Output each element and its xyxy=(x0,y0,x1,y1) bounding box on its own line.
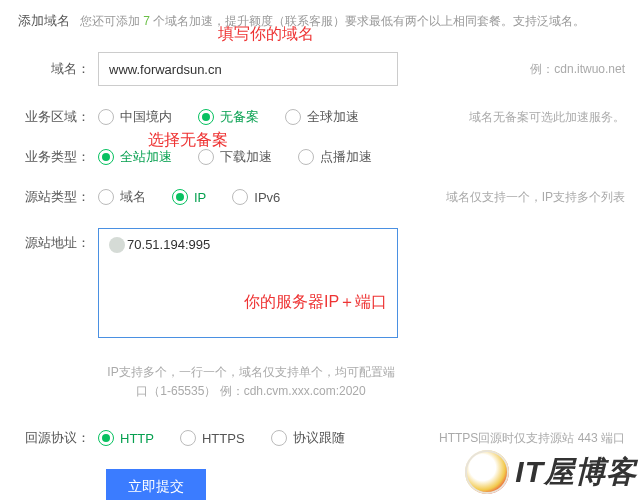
radio-label: 全站加速 xyxy=(120,148,172,166)
radio-icon xyxy=(180,430,196,446)
label-domain: 域名： xyxy=(18,60,98,78)
hint-protocol: HTTPS回源时仅支持源站 443 端口 xyxy=(427,430,625,447)
radio-icon xyxy=(98,109,114,125)
header: 添加域名 您还可添加 7 个域名加速，提升额度（联系客服）要求最低有两个以上相同… xyxy=(18,12,625,30)
biztype-option-1[interactable]: 下载加速 xyxy=(198,148,272,166)
label-biztype: 业务类型： xyxy=(18,148,98,166)
protocol-option-1[interactable]: HTTPS xyxy=(180,430,245,446)
radio-icon xyxy=(198,149,214,165)
radio-label: HTTP xyxy=(120,431,154,446)
label-region: 业务区域： xyxy=(18,108,98,126)
radio-icon xyxy=(271,430,287,446)
row-region: 业务区域： 中国境内无备案全球加速 域名无备案可选此加速服务。 选择无备案 xyxy=(18,108,625,126)
header-desc: 您还可添加 7 个域名加速，提升额度（联系客服）要求最低有两个以上相同套餐。支持… xyxy=(80,13,585,30)
hint-region: 域名无备案可选此加速服务。 xyxy=(457,109,625,126)
biztype-option-0[interactable]: 全站加速 xyxy=(98,148,172,166)
label-srctype: 源站类型： xyxy=(18,188,98,206)
region-options: 中国境内无备案全球加速 xyxy=(98,108,359,126)
biztype-option-2[interactable]: 点播加速 xyxy=(298,148,372,166)
hint-domain: 例：cdn.itwuo.net xyxy=(518,61,625,78)
srctype-options: 域名IPIPv6 xyxy=(98,188,280,206)
biztype-options: 全站加速下载加速点播加速 xyxy=(98,148,372,166)
radio-label: 协议跟随 xyxy=(293,429,345,447)
radio-icon xyxy=(232,189,248,205)
submit-button[interactable]: 立即提交 xyxy=(106,469,206,500)
watermark: IT屋博客 xyxy=(465,450,637,494)
radio-icon xyxy=(98,430,114,446)
radio-label: 中国境内 xyxy=(120,108,172,126)
radio-icon xyxy=(298,149,314,165)
srctype-option-1[interactable]: IP xyxy=(172,189,206,205)
srctype-option-2[interactable]: IPv6 xyxy=(232,189,280,205)
radio-icon xyxy=(98,149,114,165)
watermark-text: IT屋博客 xyxy=(515,452,637,493)
radio-icon xyxy=(98,189,114,205)
row-origin: 源站地址： 70.51.194:995 你的服务器IP＋端口 xyxy=(18,228,625,341)
radio-label: HTTPS xyxy=(202,431,245,446)
region-option-0[interactable]: 中国境内 xyxy=(98,108,172,126)
row-protocol: 回源协议： HTTPHTTPS协议跟随 HTTPS回源时仅支持源站 443 端口 xyxy=(18,429,625,447)
label-origin: 源站地址： xyxy=(18,228,98,252)
row-domain: 填写你的域名 域名： 例：cdn.itwuo.net xyxy=(18,52,625,86)
header-title: 添加域名 xyxy=(18,12,70,30)
row-srctype: 源站类型： 域名IPIPv6 域名仅支持一个，IP支持多个列表 xyxy=(18,188,625,206)
radio-label: 下载加速 xyxy=(220,148,272,166)
radio-label: 全球加速 xyxy=(307,108,359,126)
hint-srctype: 域名仅支持一个，IP支持多个列表 xyxy=(434,189,625,206)
radio-label: 点播加速 xyxy=(320,148,372,166)
radio-icon xyxy=(285,109,301,125)
radio-icon xyxy=(172,189,188,205)
label-protocol: 回源协议： xyxy=(18,429,98,447)
radio-label: 无备案 xyxy=(220,108,259,126)
region-option-1[interactable]: 无备案 xyxy=(198,108,259,126)
protocol-options: HTTPHTTPS协议跟随 xyxy=(98,429,345,447)
origin-note: IP支持多个，一行一个，域名仅支持单个，均可配置端口（1-65535） 例：cd… xyxy=(106,363,396,401)
protocol-option-0[interactable]: HTTP xyxy=(98,430,154,446)
radio-label: 域名 xyxy=(120,188,146,206)
lion-icon xyxy=(465,450,509,494)
radio-label: IP xyxy=(194,190,206,205)
protocol-option-2[interactable]: 协议跟随 xyxy=(271,429,345,447)
radio-label: IPv6 xyxy=(254,190,280,205)
radio-icon xyxy=(198,109,214,125)
domain-input[interactable] xyxy=(98,52,398,86)
row-biztype: 业务类型： 全站加速下载加速点播加速 xyxy=(18,148,625,166)
region-option-2[interactable]: 全球加速 xyxy=(285,108,359,126)
origin-address-input[interactable]: 70.51.194:995 xyxy=(98,228,398,338)
srctype-option-0[interactable]: 域名 xyxy=(98,188,146,206)
